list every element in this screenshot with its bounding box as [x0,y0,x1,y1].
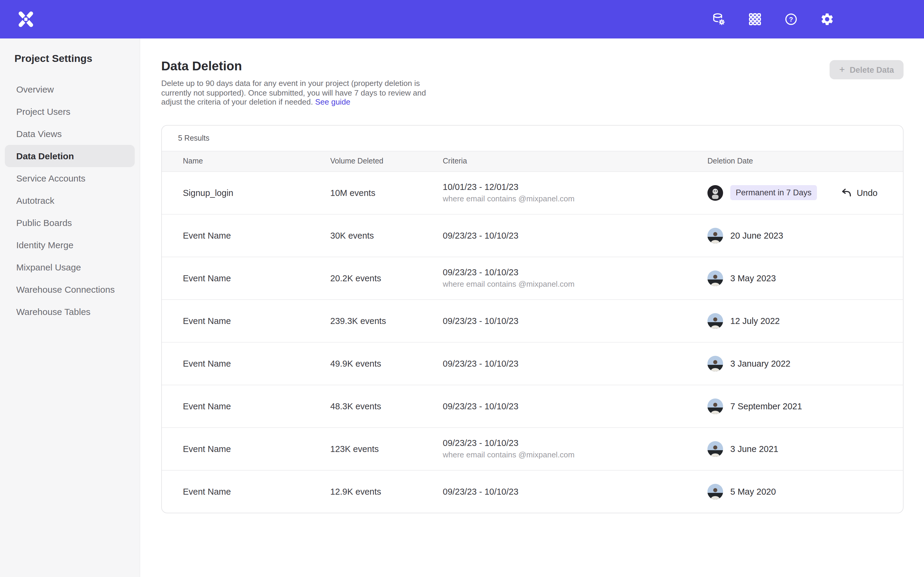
row-criteria: 09/23/23 - 10/10/23 [443,268,708,277]
plus-icon: + [839,65,845,74]
sidebar-item-identity-merge[interactable]: Identity Merge [5,234,135,256]
table-row: Event Name 239.3K events 09/23/23 - 10/1… [162,300,903,342]
delete-data-button[interactable]: + Delete Data [830,60,903,79]
apps-grid-icon[interactable] [747,11,763,27]
row-criteria-subtext: where email contains @mixpanel.com [443,450,708,459]
row-deletion-date-cell: 3 January 2022 [708,356,886,371]
row-criteria: 09/23/23 - 10/10/23 [443,487,708,496]
row-criteria: 09/23/23 - 10/10/23 [443,401,708,411]
row-volume-deleted: 48.3K events [330,401,443,411]
row-deletion-date: 3 June 2021 [730,444,779,453]
column-header-volume-deleted: Volume Deleted [330,157,443,165]
row-event-name: Event Name [183,487,330,496]
sidebar-item-warehouse-tables[interactable]: Warehouse Tables [5,301,135,323]
sidebar-item-label: Service Accounts [16,173,86,183]
user-avatar [708,398,723,414]
undo-icon [841,188,852,197]
row-volume-deleted: 10M events [330,188,443,197]
row-criteria-subtext: where email contains @mixpanel.com [443,279,708,288]
row-volume-deleted: 49.9K events [330,358,443,368]
row-event-name: Event Name [183,230,330,240]
page-header: Data Deletion Delete up to 90 days data … [140,39,924,107]
row-event-name: Event Name [183,444,330,453]
user-avatar [708,185,723,200]
sidebar-item-mixpanel-usage[interactable]: Mixpanel Usage [5,256,135,278]
row-volume-deleted: 12.9K events [330,487,443,496]
row-criteria: 10/01/23 - 12/01/23 [443,182,708,192]
deletion-requests-card: 5 Results Name Volume Deleted Criteria D… [161,125,903,513]
user-avatar [708,227,723,243]
table-row: Event Name 123K events 09/23/23 - 10/10/… [162,428,903,470]
undo-button-label: Undo [857,188,877,197]
row-deletion-date: 3 January 2022 [730,358,790,368]
sidebar-item-label: Public Boards [16,218,72,228]
user-avatar [708,356,723,371]
row-criteria-cell: 09/23/23 - 10/10/23 [443,358,708,368]
row-deletion-date: 3 May 2023 [730,273,776,283]
table-body: Signup_login 10M events 10/01/23 - 12/01… [162,172,903,513]
row-criteria-cell: 09/23/23 - 10/10/23 [443,230,708,240]
table-row: Event Name 30K events 09/23/23 - 10/10/2… [162,214,903,257]
sidebar-item-label: Warehouse Connections [16,284,115,295]
sidebar-item-label: Mixpanel Usage [16,262,81,272]
sidebar-item-label: Overview [16,84,54,94]
user-avatar [708,270,723,286]
sidebar-item-autotrack[interactable]: Autotrack [5,189,135,211]
topbar-icon-group: ? [711,11,835,27]
row-deletion-date-cell: 7 September 2021 [708,398,886,414]
delete-data-button-label: Delete Data [850,65,894,74]
sidebar-item-label: Data Views [16,129,61,139]
row-deletion-date: 5 May 2020 [730,487,776,496]
row-deletion-date-cell: 20 June 2023 [708,227,886,243]
sidebar-item-warehouse-connections[interactable]: Warehouse Connections [5,278,135,301]
results-count: 5 Results [162,125,903,151]
table-row: Event Name 48.3K events 09/23/23 - 10/10… [162,385,903,428]
user-avatar [708,313,723,329]
row-event-name: Event Name [183,316,330,326]
sidebar-item-label: Warehouse Tables [16,306,90,317]
svg-text:?: ? [789,16,793,23]
sidebar-item-public-boards[interactable]: Public Boards [5,211,135,234]
page-description: Delete up to 90 days data for any event … [161,79,433,107]
row-volume-deleted: 20.2K events [330,273,443,283]
row-criteria: 09/23/23 - 10/10/23 [443,316,708,326]
row-deletion-date-cell: 3 May 2023 [708,270,886,286]
table-row: Event Name 49.9K events 09/23/23 - 10/10… [162,342,903,385]
sidebar-item-overview[interactable]: Overview [5,78,135,100]
row-deletion-date: 12 July 2022 [730,316,780,326]
sidebar-item-project-users[interactable]: Project Users [5,100,135,122]
sidebar-title: Project Settings [15,53,140,65]
row-event-name: Event Name [183,401,330,411]
sidebar-item-label: Data Deletion [16,151,74,161]
table-row: Event Name 20.2K events 09/23/23 - 10/10… [162,257,903,300]
row-deletion-date-cell: 12 July 2022 [708,313,886,329]
row-criteria: 09/23/23 - 10/10/23 [443,358,708,368]
undo-button[interactable]: Undo [841,188,877,197]
sidebar-item-data-views[interactable]: Data Views [5,122,135,145]
sidebar-item-data-deletion[interactable]: Data Deletion [5,145,135,167]
row-criteria-cell: 10/01/23 - 12/01/23 where email contains… [443,182,708,203]
row-criteria: 09/23/23 - 10/10/23 [443,438,708,448]
row-volume-deleted: 123K events [330,444,443,453]
column-header-deletion-date: Deletion Date [708,157,886,165]
mixpanel-logo-icon[interactable] [17,10,35,28]
permanent-status-badge: Permanent in 7 Days [730,185,817,200]
settings-sidebar: Project Settings OverviewProject UsersDa… [0,39,140,577]
row-deletion-date: 20 June 2023 [730,230,783,240]
row-event-name: Signup_login [183,188,330,197]
row-criteria-subtext: where email contains @mixpanel.com [443,194,708,203]
row-criteria-cell: 09/23/23 - 10/10/23 where email contains… [443,438,708,459]
row-criteria-cell: 09/23/23 - 10/10/23 [443,316,708,326]
help-icon[interactable]: ? [783,11,799,27]
row-event-name: Event Name [183,358,330,368]
row-deletion-date: 7 September 2021 [730,401,802,411]
settings-icon[interactable] [819,11,835,27]
sidebar-item-label: Identity Merge [16,240,73,250]
row-volume-deleted: 30K events [330,230,443,240]
sidebar-item-service-accounts[interactable]: Service Accounts [5,167,135,189]
top-navigation-bar: ? [0,0,924,39]
see-guide-link[interactable]: See guide [315,97,351,106]
data-management-icon[interactable] [711,11,727,27]
sidebar-nav: OverviewProject UsersData ViewsData Dele… [0,78,140,323]
row-criteria-cell: 09/23/23 - 10/10/23 [443,401,708,411]
